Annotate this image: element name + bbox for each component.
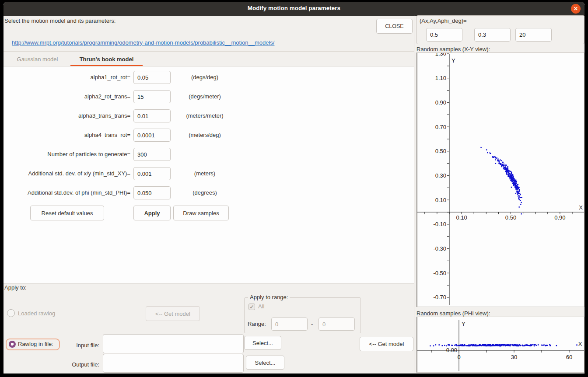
phi-scatter-plot: 030600.00YX [417, 317, 584, 373]
range-label: Range: [248, 321, 266, 327]
instruction-label: Select the motion model and its paramete… [4, 17, 116, 24]
svg-text:Y: Y [462, 321, 466, 327]
min-std-xy-input[interactable] [133, 167, 171, 180]
pose-increment-label: (Ax,Ay,Aphi_deg)= [420, 17, 467, 24]
all-checkbox-label: All [258, 303, 264, 310]
alpha1-unit: (degs/deg) [175, 74, 234, 80]
range-to-input[interactable] [318, 318, 355, 331]
svg-text:0.70: 0.70 [435, 124, 446, 130]
pose-increment-group: (Ax,Ay,Aphi_deg)= [416, 15, 584, 44]
phi-scatter-chart: 030600.00YX [416, 317, 584, 373]
range-from-input[interactable] [271, 318, 308, 331]
output-file-select-button[interactable]: Select... [246, 356, 284, 370]
loaded-rawlog-label: Loaded rawlog [18, 310, 55, 317]
aphi-input[interactable] [515, 28, 552, 42]
alpha1-label: alpha1_rot_rot= [4, 74, 130, 80]
reset-default-values-button[interactable]: Reset default values [30, 206, 104, 220]
svg-text:0.90: 0.90 [554, 214, 565, 221]
min-std-phi-unit: (degrees) [175, 189, 234, 196]
svg-text:-0.30: -0.30 [433, 245, 446, 252]
input-file-input[interactable] [103, 334, 244, 353]
min-std-xy-label: Additional std. dev. of x/y (min_std_XY)… [4, 170, 130, 177]
alpha3-input[interactable] [133, 109, 171, 122]
screen-background: Modify motion model parameters ✕ Select … [0, 0, 588, 377]
get-model-button[interactable]: <-- Get model [360, 337, 413, 351]
output-file-input[interactable] [103, 354, 244, 373]
ay-input[interactable] [474, 28, 511, 42]
svg-text:0.30: 0.30 [435, 172, 446, 179]
min-std-phi-input[interactable] [133, 186, 171, 199]
apply-to-divider [27, 288, 414, 288]
svg-text:X: X [579, 204, 583, 211]
svg-text:0.10: 0.10 [435, 197, 446, 203]
tab-thruns-book-model[interactable]: Thrun's book model [70, 52, 143, 66]
min-std-xy-unit: (meters) [175, 170, 234, 177]
apply-button[interactable]: Apply [133, 206, 171, 220]
loaded-rawlog-radio[interactable] [7, 309, 15, 317]
apply-to-legend: Apply to: [4, 284, 27, 291]
tab-gaussian-model[interactable]: Gaussian model [12, 52, 63, 66]
alpha2-label: alpha2_rot_trans= [4, 93, 130, 100]
panel-separator [414, 15, 414, 373]
svg-text:0.00: 0.00 [446, 347, 457, 353]
svg-text:0.10: 0.10 [456, 214, 467, 221]
xy-view-title: Random samples (X-Y view): [416, 46, 490, 52]
alpha4-unit: (meters/deg) [175, 132, 234, 138]
rawlog-in-file-radio[interactable] [9, 341, 16, 348]
svg-text:-0.10: -0.10 [433, 221, 446, 227]
alpha3-unit: (meters/meter) [175, 112, 234, 119]
tab-bar: Gaussian model Thrun's book model [4, 51, 414, 66]
svg-text:0.90: 0.90 [435, 99, 446, 106]
draw-samples-button[interactable]: Draw samples [173, 206, 229, 220]
xy-scatter-chart: 1.301.100.900.700.500.300.10-0.10-0.30-0… [416, 52, 584, 307]
ax-input[interactable] [426, 28, 462, 42]
tutorial-link[interactable]: http://www.mrpt.org/tutorials/programmin… [12, 39, 274, 46]
output-file-label: Output file: [38, 361, 99, 368]
svg-text:0: 0 [457, 354, 460, 360]
svg-text:0.50: 0.50 [435, 148, 446, 154]
title-bar[interactable]: Modify motion model parameters ✕ [4, 2, 584, 16]
svg-text:60: 60 [566, 354, 572, 360]
input-file-select-button[interactable]: Select... [244, 336, 281, 350]
alpha3-label: alpha3_trans_trans= [4, 112, 130, 119]
svg-text:Y: Y [452, 57, 455, 64]
svg-text:-0.70: -0.70 [433, 294, 446, 300]
phi-view-title: Random samples (PHI view): [416, 310, 490, 317]
num-particles-label: Number of particles to generate= [4, 151, 130, 157]
window-title: Modify motion model parameters [4, 5, 584, 11]
window-close-icon[interactable]: ✕ [571, 4, 581, 14]
svg-text:0.50: 0.50 [505, 214, 516, 221]
apply-to-range-group: Apply to range: ✓ All Range: - [244, 297, 361, 333]
input-file-label: Input file: [38, 342, 99, 349]
svg-text:1.30: 1.30 [435, 53, 446, 57]
svg-text:-0.50: -0.50 [433, 270, 446, 276]
xy-scatter-plot: 1.301.100.900.700.500.300.10-0.10-0.30-0… [417, 53, 584, 307]
all-checkbox[interactable]: ✓ [248, 304, 255, 310]
alpha2-input[interactable] [133, 90, 171, 103]
alpha4-label: alpha4_trans_rot= [4, 132, 130, 138]
num-particles-input[interactable] [133, 148, 171, 161]
min-std-phi-label: Additional std.dev. of phi (min_std_PHI)… [4, 189, 130, 196]
dialog-window: Modify motion model parameters ✕ Select … [4, 2, 584, 374]
close-button[interactable]: CLOSE [376, 19, 413, 34]
apply-to-legend-row: Apply to: [4, 284, 414, 291]
alpha4-input[interactable] [133, 129, 171, 142]
svg-text:30: 30 [511, 354, 517, 360]
alpha2-unit: (degs/meter) [175, 93, 234, 100]
range-dash: - [311, 321, 313, 327]
alpha1-input[interactable] [133, 71, 171, 84]
svg-text:X: X [578, 341, 582, 347]
svg-text:1.10: 1.10 [435, 75, 446, 81]
apply-to-range-legend: Apply to range: [248, 294, 290, 300]
get-model-button-disabled: <-- Get model [146, 306, 200, 321]
active-tab-underline [70, 65, 143, 66]
